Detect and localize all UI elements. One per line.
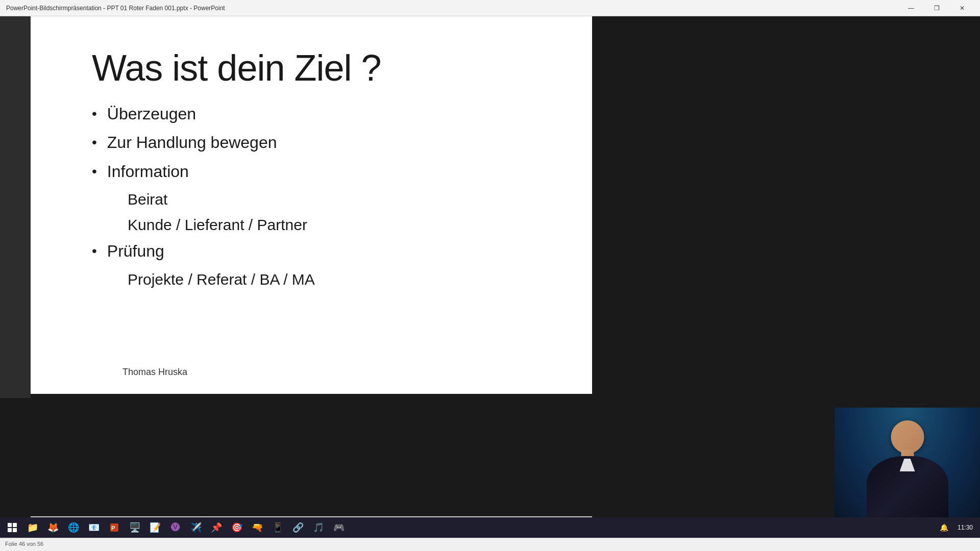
taskbar-right: 🔔 11:30	[935, 518, 977, 537]
app-icon-9[interactable]: 🔗	[289, 518, 307, 537]
svg-text:P: P	[111, 525, 115, 531]
svg-rect-1	[13, 523, 17, 527]
slide-container: Was ist dein Ziel ? • Überzeugen • Zur H…	[31, 16, 592, 394]
svg-rect-3	[13, 528, 17, 532]
chrome-icon[interactable]: 🌐	[64, 518, 83, 537]
email-icon[interactable]: 📧	[85, 518, 103, 537]
file-explorer-icon[interactable]: 📁	[23, 518, 42, 537]
bullet-dot-4: •	[92, 242, 97, 260]
webcam-person	[856, 418, 959, 517]
taskbar: 📁 🦊 🌐 📧 P 🖥️ 📝 🅥 ✈️ 📌 🎯 🔫 📱 🔗 🎵 🎮 🔔 11:3…	[0, 517, 980, 538]
sub-item-projekte: Projekte / Referat / BA / MA	[128, 270, 556, 289]
minimize-button[interactable]: —	[899, 1, 923, 15]
notification-icon[interactable]: 🔔	[935, 518, 953, 537]
app-icon-3[interactable]: 🅥	[166, 518, 185, 537]
slide-content: • Überzeugen • Zur Handlung bewegen • In…	[92, 104, 556, 373]
left-panel	[0, 16, 31, 398]
app-icon-10[interactable]: 🎵	[309, 518, 328, 537]
right-panel	[592, 16, 980, 398]
app-icon-5[interactable]: 📌	[207, 518, 226, 537]
sub-text-beirat: Beirat	[128, 191, 167, 208]
bullet-item-1: • Überzeugen	[92, 104, 556, 123]
firefox-icon[interactable]: 🦊	[44, 518, 62, 537]
app-icon-8[interactable]: 📱	[268, 518, 287, 537]
bullet-item-2: • Zur Handlung bewegen	[92, 133, 556, 152]
statusbar: Folie 46 von 56	[0, 538, 980, 551]
bullet-dot-1: •	[92, 105, 97, 122]
powerpoint-icon[interactable]: P	[105, 518, 124, 537]
app-icon-7[interactable]: 🔫	[248, 518, 266, 537]
slide-footer: Thomas Hruska	[122, 367, 187, 378]
bullet-text-1: Überzeugen	[107, 104, 196, 123]
bullet-item-3: • Information	[92, 162, 556, 181]
svg-rect-0	[8, 523, 12, 527]
app-icon-11[interactable]: 🎮	[330, 518, 348, 537]
bullet-dot-2: •	[92, 134, 97, 151]
close-button[interactable]: ✕	[950, 1, 974, 15]
sub-item-beirat: Beirat	[128, 190, 556, 209]
sub-text-projekte: Projekte / Referat / BA / MA	[128, 271, 315, 288]
titlebar-title: PowerPoint-Bildschirmpräsentation - PPT …	[6, 5, 225, 12]
svg-rect-2	[8, 528, 12, 532]
slide-title: Was ist dein Ziel ?	[92, 47, 556, 89]
start-button[interactable]	[3, 518, 21, 537]
webcam-overlay	[835, 408, 980, 517]
app-icon-6[interactable]: 🎯	[228, 518, 246, 537]
bullet-text-4: Prüfung	[107, 241, 164, 261]
bullet-text-2: Zur Handlung bewegen	[107, 133, 277, 152]
app-icon-2[interactable]: 📝	[146, 518, 164, 537]
app-icon-1[interactable]: 🖥️	[126, 518, 144, 537]
sub-text-kunde: Kunde / Lieferant / Partner	[128, 216, 307, 233]
bullet-text-3: Information	[107, 162, 189, 181]
slide-number: Folie 46 von 56	[5, 541, 43, 547]
titlebar-controls: — ❐ ✕	[899, 1, 974, 15]
titlebar: PowerPoint-Bildschirmpräsentation - PPT …	[0, 0, 980, 16]
bullet-dot-3: •	[92, 163, 97, 180]
app-icon-4[interactable]: ✈️	[187, 518, 205, 537]
bullet-item-4: • Prüfung	[92, 241, 556, 261]
restore-button[interactable]: ❐	[925, 1, 948, 15]
taskbar-clock: 11:30	[958, 524, 973, 531]
sub-item-kunde: Kunde / Lieferant / Partner	[128, 216, 556, 234]
